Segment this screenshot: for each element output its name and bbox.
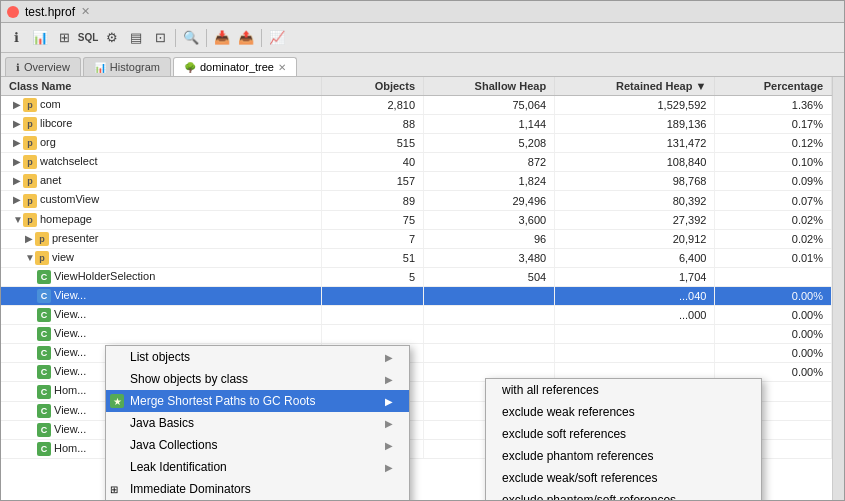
vertical-scrollbar[interactable] [832,77,844,500]
submenu-excl-phantom-soft[interactable]: exclude phantom/soft references [486,489,761,500]
cell-shallow: 5,208 [424,134,555,153]
excl-weak-soft-label: exclude weak/soft references [502,471,657,485]
col-retained[interactable]: Retained Heap ▼ [555,77,715,96]
title-close-icon[interactable]: ✕ [81,5,90,18]
submenu-excl-soft[interactable]: exclude soft references [486,423,761,445]
export-btn[interactable]: 📤 [235,27,257,49]
expand-icon[interactable]: ▶ [13,99,23,110]
table-row[interactable]: CView......0400.00% [1,286,832,305]
sql-btn[interactable]: SQL [77,27,99,49]
row-name: View... [54,346,86,358]
table-row[interactable]: CViewHolderSelection55041,704 [1,267,832,286]
tab-close-icon[interactable]: ✕ [278,62,286,73]
table-row[interactable]: ▶pcom2,81075,0641,529,5921.36% [1,96,832,115]
filter2-btn[interactable]: ⊡ [149,27,171,49]
table-row[interactable]: ▶pcustomView8929,49680,3920.07% [1,191,832,210]
toolbar: ℹ 📊 ⊞ SQL ⚙ ▤ ⊡ 🔍 📥 📤 📈 [1,23,844,53]
class-icon: p [23,194,37,208]
col-percentage[interactable]: Percentage [715,77,832,96]
expand-icon[interactable]: ▶ [13,137,23,148]
submenu-excl-weak[interactable]: exclude weak references [486,401,761,423]
menu-item-show-objects[interactable]: Show objects by class ▶ [106,368,409,390]
row-name: presenter [52,232,98,244]
class-icon: p [23,136,37,150]
cell-shallow: 504 [424,267,555,286]
menu-item-java-basics[interactable]: Java Basics ▶ [106,412,409,434]
cell-shallow [424,306,555,325]
cell-objects [322,306,424,325]
table-btn[interactable]: ⊞ [53,27,75,49]
sep2 [206,29,207,47]
class-icon: C [37,308,51,322]
cell-objects: 75 [322,210,424,229]
cell-retained: 1,529,592 [555,96,715,115]
submenu-excl-weak-soft[interactable]: exclude weak/soft references [486,467,761,489]
menu-item-list-objects[interactable]: List objects ▶ [106,346,409,368]
expand-icon[interactable]: ▶ [13,194,23,205]
submenu-with-all[interactable]: with all references [486,379,761,401]
merge-arrow: ▶ [385,396,393,407]
row-name: view [52,251,74,263]
close-button[interactable] [7,6,19,18]
bar-chart-btn[interactable]: 📊 [29,27,51,49]
expand-icon[interactable]: ▶ [13,175,23,186]
tabs-bar: ℹ Overview 📊 Histogram 🌳 dominator_tree … [1,53,844,77]
import-btn[interactable]: 📥 [211,27,233,49]
class-icon: C [37,423,51,437]
sep3 [261,29,262,47]
row-name: libcore [40,117,72,129]
menu-item-leak-id[interactable]: Leak Identification ▶ [106,456,409,478]
submenu-excl-phantom[interactable]: exclude phantom references [486,445,761,467]
cell-class-name: CView... [1,325,322,344]
expand-icon[interactable]: ▶ [25,233,35,244]
histogram-icon: 📊 [94,62,106,73]
gear-btn[interactable]: ⚙ [101,27,123,49]
col-class-name[interactable]: Class Name [1,77,322,96]
table-row[interactable]: CView......0000.00% [1,306,832,325]
cell-retained: 20,912 [555,229,715,248]
col-objects[interactable]: Objects [322,77,424,96]
info-btn[interactable]: ℹ [5,27,27,49]
menu-item-java-collections[interactable]: Java Collections ▶ [106,434,409,456]
leak-id-arrow: ▶ [385,462,393,473]
chart2-btn[interactable]: 📈 [266,27,288,49]
table-row[interactable]: ▶panet1571,82498,7680.09% [1,172,832,191]
col-shallow[interactable]: Shallow Heap [424,77,555,96]
table-row[interactable]: ▶pwatchselect40872108,8400.10% [1,153,832,172]
expand-icon[interactable]: ▶ [13,156,23,167]
row-name: View... [54,404,86,416]
cell-pct: 0.02% [715,229,832,248]
cell-retained: 108,840 [555,153,715,172]
tab-dominator-tree[interactable]: 🌳 dominator_tree ✕ [173,57,297,76]
imm-dom-icon: ⊞ [110,484,118,495]
cell-objects: 51 [322,248,424,267]
cell-pct: 1.36% [715,96,832,115]
cell-shallow [424,286,555,305]
cell-retained: ...040 [555,286,715,305]
table-row[interactable]: ▶porg5155,208131,4720.12% [1,134,832,153]
expand-icon[interactable]: ▶ [13,118,23,129]
search-btn[interactable]: 🔍 [180,27,202,49]
menu-item-merge-paths[interactable]: ★ Merge Shortest Paths to GC Roots ▶ [106,390,409,412]
context-menu[interactable]: List objects ▶ Show objects by class ▶ ★… [105,345,410,500]
table-row[interactable]: ▶plibcore881,144189,1360.17% [1,115,832,134]
class-icon: C [37,289,51,303]
table-row[interactable]: CView...0.00% [1,325,832,344]
filter-btn[interactable]: ▤ [125,27,147,49]
cell-objects: 2,810 [322,96,424,115]
expand-icon[interactable]: ▼ [13,214,23,225]
cell-pct: 0.07% [715,191,832,210]
table-row[interactable]: ▼phomepage753,60027,3920.02% [1,210,832,229]
tab-overview[interactable]: ℹ Overview [5,57,81,76]
tab-histogram[interactable]: 📊 Histogram [83,57,171,76]
menu-item-immediate-dom[interactable]: ⊞ Immediate Dominators [106,478,409,500]
table-row[interactable]: ▶ppresenter79620,9120.02% [1,229,832,248]
class-icon: p [23,98,37,112]
row-name: View... [54,289,86,301]
expand-icon[interactable]: ▼ [25,252,35,263]
cell-retained: 98,768 [555,172,715,191]
submenu-merge[interactable]: with all references exclude weak referen… [485,378,762,500]
java-collections-label: Java Collections [130,438,217,452]
class-icon: C [37,346,51,360]
table-row[interactable]: ▼pview513,4806,4000.01% [1,248,832,267]
